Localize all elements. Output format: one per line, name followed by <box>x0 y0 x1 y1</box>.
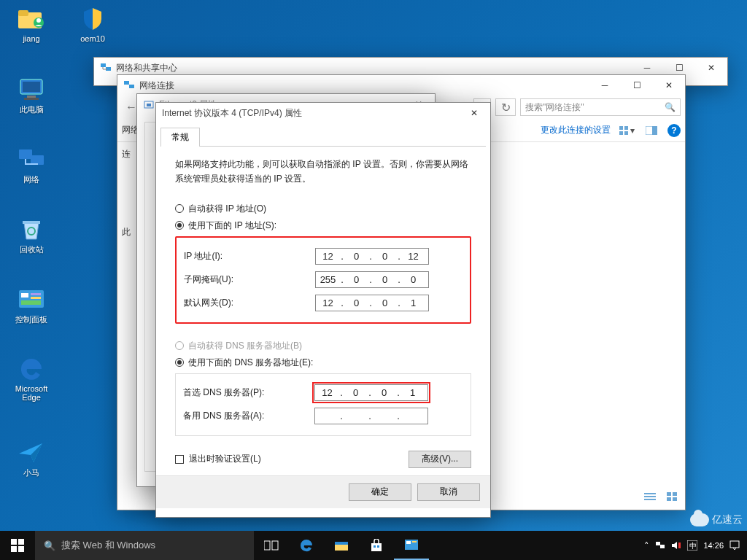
svg-rect-22 <box>624 126 628 130</box>
tab-general[interactable]: 常规 <box>160 128 200 147</box>
svg-rect-44 <box>371 543 382 551</box>
dialog-footer: 确定 取消 <box>156 475 490 508</box>
dialog-title: Internet 协议版本 4 (TCP/IPv4) 属性 <box>162 107 458 120</box>
svg-rect-55 <box>730 541 739 548</box>
svg-rect-13 <box>21 293 28 298</box>
svg-rect-39 <box>18 546 24 552</box>
label-gateway: 默认网关(D): <box>184 297 315 309</box>
tray-ime-icon[interactable]: 中 <box>687 540 697 551</box>
tray-network-icon[interactable] <box>655 541 665 550</box>
desktop-icon-recycle-bin[interactable]: 回收站 <box>6 216 57 255</box>
radio-label: 自动获得 DNS 服务器地址(B) <box>188 340 302 352</box>
radio-static-dns[interactable]: 使用下面的 DNS 服务器地址(E): <box>175 357 471 369</box>
tray-chevron-up-icon[interactable]: ˄ <box>644 540 649 551</box>
svg-rect-14 <box>31 293 41 295</box>
preview-pane-button[interactable] <box>643 122 660 139</box>
close-button[interactable]: ✕ <box>458 103 490 123</box>
svg-rect-43 <box>335 542 348 545</box>
label-ip: IP 地址(I): <box>184 250 315 262</box>
status-bar-view-icons <box>641 488 681 505</box>
radio-label: 使用下面的 IP 地址(S): <box>188 219 276 232</box>
task-view-button[interactable] <box>254 531 289 560</box>
svg-rect-49 <box>412 541 417 542</box>
radio-static-ip[interactable]: 使用下面的 IP 地址(S): <box>175 219 471 232</box>
tray-notifications-icon[interactable] <box>729 540 740 551</box>
input-default-gateway[interactable]: 12. 0. 0. 1 <box>315 295 429 311</box>
cancel-button[interactable]: 取消 <box>417 483 480 501</box>
view-options-button[interactable]: ▾ <box>618 122 635 139</box>
svg-rect-36 <box>11 539 17 545</box>
radio-auto-dns: 自动获得 DNS 服务器地址(B) <box>175 340 471 352</box>
svg-rect-40 <box>264 541 270 550</box>
taskbar[interactable]: 🔍 搜索 Web 和 Windows ˄ 中 14:26 <box>0 531 747 560</box>
ok-button[interactable]: 确定 <box>349 483 411 501</box>
close-button[interactable]: ✕ <box>695 58 727 78</box>
checkbox-validate-on-exit[interactable]: 退出时验证设置(L) <box>175 453 261 465</box>
edge-icon <box>17 356 46 382</box>
svg-rect-38 <box>11 546 17 552</box>
svg-rect-1 <box>18 10 28 16</box>
dialog-body: 如果网络支持此功能，则可以获取自动指派的 IP 设置。否则，你需要从网络系统管理… <box>156 147 490 475</box>
tab-strip: 常规 <box>160 128 486 147</box>
large-icons-view-icon[interactable] <box>663 488 681 505</box>
minimize-button[interactable]: ─ <box>589 75 621 96</box>
titlebar[interactable]: 网络连接 ─ ☐ ✕ <box>117 75 685 96</box>
taskbar-app-edge[interactable] <box>289 531 324 560</box>
desktop-icon-oem10[interactable]: oem10 <box>67 6 118 43</box>
recycle-bin-icon <box>17 216 46 242</box>
desktop-icon-xiaoma[interactable]: 小马 <box>6 439 57 478</box>
desktop-icon-this-pc[interactable]: 此电脑 <box>6 76 57 115</box>
tray-clock[interactable]: 14:26 <box>703 541 724 550</box>
radio-icon-selected <box>175 358 184 367</box>
tray-volume-icon[interactable] <box>671 541 681 550</box>
svg-rect-20 <box>129 85 134 88</box>
desktop-icon-label: oem10 <box>67 34 118 43</box>
desktop-icon-user-jiang[interactable]: jiang <box>6 6 57 43</box>
watermark: 亿速云 <box>690 513 743 526</box>
advanced-button[interactable]: 高级(V)... <box>409 451 471 468</box>
taskbar-app-store[interactable] <box>359 531 394 560</box>
desktop-icon-control-panel[interactable]: 控制面板 <box>6 286 57 325</box>
svg-rect-48 <box>406 541 411 544</box>
search-icon: 🔍 <box>44 540 55 551</box>
taskbar-app-control-panel-active[interactable] <box>394 531 429 560</box>
svg-point-3 <box>36 18 41 23</box>
radio-icon-disabled <box>175 341 184 350</box>
close-button[interactable]: ✕ <box>653 75 685 96</box>
input-subnet-mask[interactable]: 255. 0. 0. 0 <box>315 271 429 288</box>
desktop-icon-label: 小马 <box>6 467 57 478</box>
network-connections-icon <box>123 79 135 91</box>
input-alternate-dns[interactable]: . . . <box>314 408 428 424</box>
desktop-icon-label: Microsoft Edge <box>6 384 57 402</box>
desktop-icon-edge[interactable]: Microsoft Edge <box>6 356 57 402</box>
svg-rect-45 <box>374 545 376 548</box>
maximize-button[interactable]: ☐ <box>621 75 653 96</box>
help-button[interactable]: ? <box>667 124 681 137</box>
svg-rect-7 <box>24 98 39 100</box>
checkbox-icon <box>175 455 184 464</box>
svg-rect-16 <box>21 300 41 305</box>
search-box[interactable]: 搜索"网络连接" 🔍 <box>520 98 681 116</box>
search-icon: 🔍 <box>665 102 676 112</box>
titlebar[interactable]: Internet 协议版本 4 (TCP/IPv4) 属性 ✕ <box>156 103 490 123</box>
svg-rect-35 <box>147 104 151 106</box>
svg-rect-37 <box>18 539 24 545</box>
desktop-icon-label: 控制面板 <box>6 314 57 325</box>
desktop-icon-network[interactable]: 网络 <box>6 146 57 185</box>
svg-rect-6 <box>27 96 36 98</box>
radio-auto-ip[interactable]: 自动获得 IP 地址(O) <box>175 203 471 215</box>
taskbar-search[interactable]: 🔍 搜索 Web 和 Windows <box>35 531 254 560</box>
taskbar-app-explorer[interactable] <box>324 531 359 560</box>
details-view-icon[interactable] <box>641 488 659 505</box>
change-connection-settings-link[interactable]: 更改此连接的设置 <box>541 124 611 136</box>
system-tray[interactable]: ˄ 中 14:26 <box>637 540 747 551</box>
cloud-icon <box>690 513 709 526</box>
start-button[interactable] <box>0 531 35 560</box>
svg-rect-15 <box>31 297 41 299</box>
input-preferred-dns[interactable]: 12. 0. 0. 1 <box>314 384 428 401</box>
svg-rect-21 <box>619 126 623 130</box>
dialog-tcpip-properties[interactable]: Internet 协议版本 4 (TCP/IPv4) 属性 ✕ 常规 如果网络支… <box>155 102 491 518</box>
refresh-button[interactable]: ↻ <box>495 98 516 116</box>
svg-rect-31 <box>673 492 677 496</box>
input-ip-address[interactable]: 12. 0. 0. 12 <box>315 248 429 265</box>
